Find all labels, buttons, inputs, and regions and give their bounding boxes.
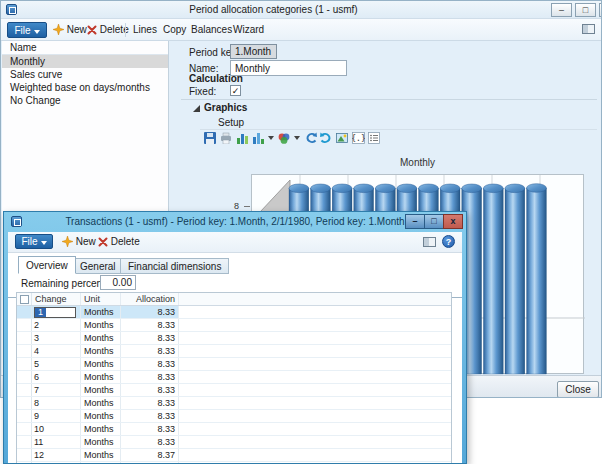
row-select-cell[interactable] bbox=[17, 345, 32, 357]
help-icon[interactable]: ? bbox=[442, 235, 455, 248]
fixed-checkbox[interactable]: ✓ bbox=[230, 85, 241, 96]
table-row[interactable]: 10 Months 8.33 bbox=[17, 423, 451, 436]
close-button[interactable]: x bbox=[443, 214, 463, 229]
row-select-cell[interactable] bbox=[17, 384, 32, 396]
row-select-cell[interactable] bbox=[17, 306, 32, 318]
transactions-tabs: Overview General Financial dimensions bbox=[8, 256, 462, 274]
table-row[interactable]: 11 Months 8.33 bbox=[17, 436, 451, 449]
copy-chart-icon[interactable] bbox=[235, 132, 249, 145]
graphics-section-header[interactable]: Graphics bbox=[193, 102, 247, 113]
tab-general[interactable]: General bbox=[72, 258, 124, 274]
new-button[interactable]: New bbox=[62, 235, 96, 249]
filler-cell bbox=[179, 384, 451, 396]
column-header-change[interactable]: Change bbox=[32, 293, 81, 305]
main-window-title: Period allocation categories (1 - usmf) bbox=[189, 4, 357, 15]
row-select-cell[interactable] bbox=[17, 397, 32, 409]
remaining-percentage-field[interactable]: 0.00 bbox=[100, 275, 136, 290]
palette-caret-icon[interactable] bbox=[294, 136, 300, 140]
allocation-percentage-cell: 8.33 bbox=[121, 397, 179, 409]
table-row[interactable]: 8 Months 8.33 bbox=[17, 397, 451, 410]
column-header-allocation-percentage[interactable]: Allocation percentage bbox=[121, 293, 179, 305]
unit-cell: Months bbox=[81, 332, 121, 344]
row-select-cell[interactable] bbox=[17, 358, 32, 370]
collapse-triangle-icon bbox=[193, 105, 200, 112]
delete-x-icon bbox=[98, 237, 108, 247]
table-row[interactable]: 6 Months 8.33 bbox=[17, 371, 451, 384]
category-list-header[interactable]: Name bbox=[2, 41, 168, 55]
tab-financial-dimensions[interactable]: Financial dimensions bbox=[120, 258, 229, 274]
delete-button[interactable]: Delete bbox=[98, 235, 140, 249]
list-item[interactable]: Monthly bbox=[2, 55, 168, 68]
minimize-button[interactable]: – bbox=[405, 214, 425, 229]
menu-item-wizard[interactable]: Wizard bbox=[233, 23, 264, 37]
save-icon[interactable] bbox=[203, 132, 217, 145]
redo-icon[interactable] bbox=[319, 132, 333, 145]
minimize-button[interactable]: – bbox=[551, 3, 572, 17]
table-row[interactable]: 1 Months 8.33 bbox=[17, 306, 451, 319]
change-cell: 4 bbox=[32, 345, 81, 357]
table-row[interactable]: 3 Months 8.33 bbox=[17, 332, 451, 345]
allocation-percentage-cell: 8.33 bbox=[121, 436, 179, 448]
row-select-cell[interactable] bbox=[17, 449, 32, 461]
image-icon[interactable] bbox=[335, 132, 349, 145]
list-icon[interactable] bbox=[367, 132, 381, 145]
print-icon[interactable] bbox=[219, 132, 233, 145]
table-row[interactable]: 7 Months 8.33 bbox=[17, 384, 451, 397]
file-menu-button[interactable]: File bbox=[15, 234, 53, 249]
row-select-cell[interactable] bbox=[17, 371, 32, 383]
list-item[interactable]: Sales curve bbox=[2, 68, 168, 81]
filler-cell bbox=[179, 397, 451, 409]
y-axis-tick-label: 8 bbox=[234, 201, 239, 211]
table-row[interactable]: 12 Months 8.37 bbox=[17, 449, 451, 462]
filler-cell bbox=[179, 306, 451, 318]
undo-icon[interactable] bbox=[303, 132, 317, 145]
chevron-down-icon bbox=[34, 30, 40, 34]
change-cell: 12 bbox=[32, 449, 81, 461]
row-select-cell[interactable] bbox=[17, 423, 32, 435]
setup-group-label[interactable]: Setup bbox=[218, 117, 244, 128]
checkbox-icon[interactable] bbox=[20, 295, 29, 304]
row-select-cell[interactable] bbox=[17, 410, 32, 422]
table-row[interactable]: 2 Months 8.33 bbox=[17, 319, 451, 332]
menu-item-copy[interactable]: Copy bbox=[163, 23, 186, 37]
empty-row[interactable] bbox=[17, 462, 451, 463]
table-row[interactable]: 9 Months 8.33 bbox=[17, 410, 451, 423]
close-window-button[interactable]: Close bbox=[557, 381, 599, 398]
table-row[interactable]: 5 Months 8.33 bbox=[17, 358, 451, 371]
tab-overview[interactable]: Overview bbox=[18, 256, 76, 274]
unit-cell: Months bbox=[81, 436, 121, 448]
column-header-unit[interactable]: Unit bbox=[81, 293, 121, 305]
list-item[interactable]: Weighted base on days/months bbox=[2, 81, 168, 94]
row-select-cell[interactable] bbox=[17, 436, 32, 448]
row-select-cell[interactable] bbox=[17, 319, 32, 331]
row-select-cell[interactable] bbox=[17, 332, 32, 344]
maximize-button[interactable]: □ bbox=[424, 214, 444, 229]
change-cell: 7 bbox=[32, 384, 81, 396]
palette-icon[interactable] bbox=[277, 132, 291, 145]
menu-item-balances[interactable]: Balances bbox=[191, 23, 232, 37]
braces-icon[interactable]: {.} bbox=[351, 132, 365, 145]
period-key-field[interactable]: 1.Month bbox=[230, 44, 277, 59]
list-item[interactable]: No Change bbox=[2, 94, 168, 107]
window-pane-icon[interactable] bbox=[582, 24, 595, 34]
toolbar-separator bbox=[125, 23, 126, 37]
chart-type-icon[interactable] bbox=[251, 132, 265, 145]
transactions-titlebar[interactable]: Transactions (1 - usmf) - Period key: 1.… bbox=[4, 212, 466, 232]
allocation-percentage-cell: 8.33 bbox=[121, 306, 179, 318]
chart-type-caret-icon[interactable] bbox=[268, 136, 274, 140]
window-pane-icon[interactable] bbox=[423, 237, 436, 247]
filler-cell bbox=[179, 423, 451, 435]
svg-text:{.}: {.} bbox=[352, 134, 365, 143]
change-cell: 6 bbox=[32, 371, 81, 383]
name-field[interactable]: Monthly bbox=[230, 60, 347, 76]
main-titlebar[interactable]: Period allocation categories (1 - usmf) … bbox=[1, 1, 601, 19]
menu-item-lines[interactable]: Lines bbox=[133, 23, 157, 37]
focused-cell[interactable]: 1 bbox=[34, 307, 76, 318]
file-menu-button[interactable]: File bbox=[7, 22, 47, 38]
maximize-button[interactable]: □ bbox=[575, 3, 596, 17]
new-button[interactable]: New bbox=[53, 23, 87, 37]
select-all-checkbox-cell[interactable] bbox=[17, 293, 32, 305]
delete-button[interactable]: Delete bbox=[87, 23, 129, 37]
table-row[interactable]: 4 Months 8.33 bbox=[17, 345, 451, 358]
new-star-icon bbox=[62, 236, 73, 247]
